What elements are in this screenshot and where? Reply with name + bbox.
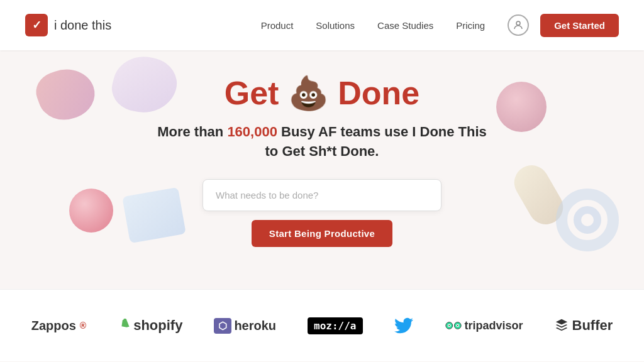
blob-ring-inner: [574, 206, 601, 234]
logo-heroku: ⬡ heroku: [214, 318, 276, 334]
blob-tube: [508, 159, 570, 231]
logo-link[interactable]: ✓ i done this: [25, 14, 111, 36]
nav-link-pricing[interactable]: Pricing: [456, 20, 485, 31]
nav-link-product[interactable]: Product: [261, 20, 294, 31]
user-icon-button[interactable]: [508, 14, 529, 36]
nav-links: Product Solutions Case Studies Pricing: [261, 20, 486, 31]
svg-point-6: [457, 325, 458, 326]
blob-pink-large: [496, 82, 547, 132]
nav-link-solutions[interactable]: Solutions: [316, 20, 355, 31]
logo-icon: ✓: [25, 14, 48, 36]
logo-shopify: shopify: [118, 317, 182, 334]
subtitle-highlight: 160,000: [227, 124, 277, 140]
heroku-icon: ⬡: [218, 320, 227, 332]
logo-tripadvisor: tripadvisor: [445, 319, 523, 332]
navbar: ✓ i done this Product Solutions Case Stu…: [0, 0, 644, 50]
svg-point-0: [516, 21, 520, 25]
subtitle-after: Busy AF teams use I Done This to Get Sh*…: [265, 124, 487, 159]
mozilla-text: moz://a: [308, 317, 362, 334]
task-input[interactable]: [203, 179, 441, 211]
shopify-text: shopify: [133, 317, 182, 334]
blob-pink-sphere: [69, 189, 113, 233]
hero-section: Get 💩 Done More than 160,000 Busy AF tea…: [0, 50, 644, 289]
hero-input-area: Start Being Productive: [152, 179, 492, 247]
blob-ring: [556, 189, 619, 251]
nav-right: Get Started: [508, 14, 619, 37]
hero-title: Get 💩 Done: [152, 75, 492, 111]
buffer-text: Buffer: [572, 317, 613, 334]
logos-bar: Zappos® shopify ⬡ heroku moz://a tripadv…: [0, 289, 644, 361]
get-started-button[interactable]: Get Started: [540, 14, 619, 37]
logo-twitter: [394, 316, 413, 335]
logo-zappos: Zappos®: [31, 319, 86, 333]
nav-link-case-studies[interactable]: Case Studies: [377, 20, 433, 31]
hero-subtitle: More than 160,000 Busy AF teams use I Do…: [152, 123, 492, 162]
logo-text: i done this: [54, 18, 111, 33]
cta-button[interactable]: Start Being Productive: [252, 220, 392, 247]
logo-buffer: Buffer: [555, 317, 613, 334]
zappos-text: Zappos: [31, 319, 76, 333]
blob-pink-gem: [31, 61, 101, 128]
hero-content: Get 💩 Done More than 160,000 Busy AF tea…: [152, 75, 492, 247]
logo-mozilla: moz://a: [308, 317, 362, 334]
svg-point-5: [448, 325, 450, 326]
subtitle-before: More than: [157, 124, 227, 140]
heroku-text: heroku: [234, 319, 276, 333]
